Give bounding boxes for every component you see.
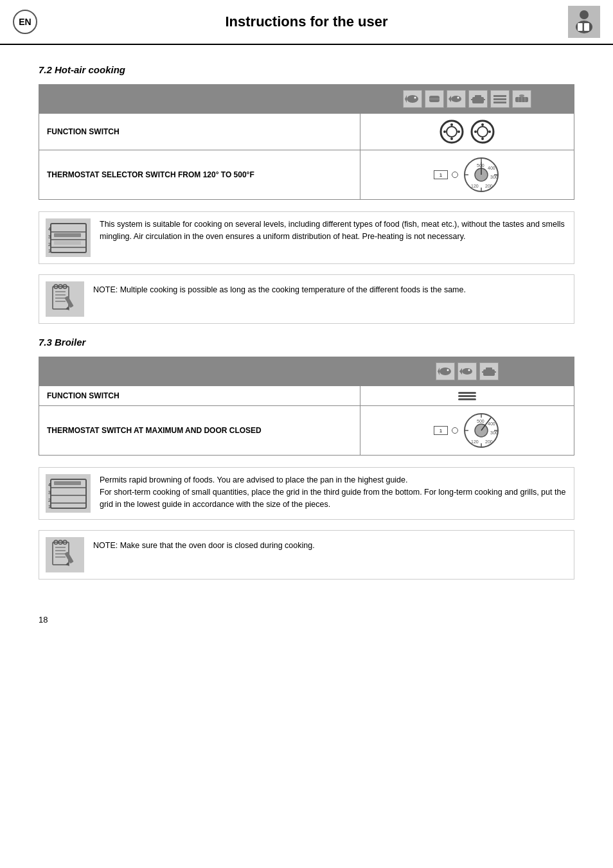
user-manual-icon xyxy=(570,8,598,36)
section-73-heading: 7.3 Broiler xyxy=(39,337,574,348)
svg-point-36 xyxy=(488,130,491,133)
display-dot-73 xyxy=(452,427,458,434)
function-switch-icons-72 xyxy=(360,114,574,150)
svg-text:300: 300 xyxy=(490,430,498,435)
svg-text:120: 120 xyxy=(471,439,479,444)
svg-point-33 xyxy=(481,123,484,126)
svg-point-10 xyxy=(451,96,461,102)
table-header-empty-73 xyxy=(39,357,360,386)
svg-point-28 xyxy=(450,137,453,140)
svg-point-5 xyxy=(407,95,418,103)
svg-point-30 xyxy=(458,130,460,133)
wave-line-1 xyxy=(458,392,476,394)
table-header-icons xyxy=(360,85,574,114)
thermostat-dial-container-72: 1 500 xyxy=(368,155,566,194)
section-73: 7.3 Broiler xyxy=(39,337,574,580)
svg-text:4: 4 xyxy=(48,227,51,231)
food-icon-fish2-73 xyxy=(458,362,477,380)
svg-marker-73 xyxy=(459,368,462,375)
food-icons-73 xyxy=(368,362,566,380)
thermostat-label-73: THERMOSTAT SWITCH AT MAXIMUM AND DOOR CL… xyxy=(39,406,360,456)
thermostat-label-72: THERMOSTAT SELECTOR SWITCH FROM 120° TO … xyxy=(39,150,360,200)
table-header-icons-73 xyxy=(360,357,574,386)
function-switch-row-73: FUNCTION SWITCH xyxy=(39,386,574,406)
svg-point-27 xyxy=(450,123,453,126)
page-footer: 18 xyxy=(0,612,613,637)
svg-point-32 xyxy=(477,127,488,137)
info-box-72: 4 3 2 1 This system is suitable for cook… xyxy=(39,211,574,264)
broiler-wave-icon xyxy=(368,392,566,400)
thermostat-dial-container-73: 1 500 400 xyxy=(368,411,566,450)
display-rect: 1 xyxy=(434,170,448,179)
food-icons-72 xyxy=(368,90,566,108)
oven-tray-icon-72: 4 3 2 1 xyxy=(46,218,91,257)
wave-line-2 xyxy=(458,395,476,397)
oven-tray-svg-73: 4 3 2 1 xyxy=(48,476,89,511)
svg-point-29 xyxy=(443,130,446,133)
svg-text:1: 1 xyxy=(48,504,51,509)
wave-line-3 xyxy=(458,398,476,400)
svg-rect-14 xyxy=(475,95,481,98)
svg-text:400: 400 xyxy=(488,421,495,426)
svg-point-26 xyxy=(447,127,457,137)
page-title: Instructions for the user xyxy=(225,13,387,30)
svg-point-0 xyxy=(580,10,589,19)
note-text-72: NOTE: Multiple cooking is possible as lo… xyxy=(93,281,466,296)
note-icon-svg-72 xyxy=(48,283,83,315)
table-header-empty xyxy=(39,85,360,114)
thermostat-icon-73: 1 500 400 xyxy=(360,406,574,456)
svg-point-12 xyxy=(457,97,459,99)
info-text-72: This system is suitable for cooking on s… xyxy=(100,218,567,243)
svg-rect-19 xyxy=(493,102,506,103)
svg-point-7 xyxy=(414,97,416,99)
display-dot xyxy=(452,172,458,178)
function-switch-label-73: FUNCTION SWITCH xyxy=(39,386,360,406)
note-box-72: NOTE: Multiple cooking is possible as lo… xyxy=(39,274,574,324)
section-72-heading: 7.2 Hot-air cooking xyxy=(39,64,574,75)
function-switch-icon-73 xyxy=(360,386,574,406)
svg-point-24 xyxy=(519,94,524,97)
svg-rect-58 xyxy=(54,241,81,245)
svg-rect-17 xyxy=(493,95,506,97)
function-switch-row-72: FUNCTION SWITCH xyxy=(39,114,574,150)
thermostat-row-73: THERMOSTAT SWITCH AT MAXIMUM AND DOOR CL… xyxy=(39,406,574,456)
note-pencil-icon-73 xyxy=(46,537,84,572)
svg-rect-13 xyxy=(472,97,484,103)
page-header: EN Instructions for the user xyxy=(0,0,613,45)
svg-text:400: 400 xyxy=(488,166,495,170)
svg-text:3: 3 xyxy=(48,490,51,495)
svg-text:3: 3 xyxy=(48,235,51,239)
svg-rect-99 xyxy=(54,481,81,485)
svg-rect-76 xyxy=(486,368,492,370)
table-header-row-73 xyxy=(39,357,574,386)
svg-rect-3 xyxy=(584,23,589,31)
svg-text:1: 1 xyxy=(48,249,51,253)
svg-text:200: 200 xyxy=(485,184,493,188)
svg-rect-18 xyxy=(493,98,506,100)
section-73-table: FUNCTION SWITCH THERMOSTAT SWITCH AT MAX… xyxy=(39,357,574,456)
food-icon-pot-73 xyxy=(479,362,499,380)
svg-text:120: 120 xyxy=(471,184,479,188)
svg-rect-49 xyxy=(51,224,86,252)
thermostat-row-72: THERMOSTAT SELECTOR SWITCH FROM 120° TO … xyxy=(39,150,574,200)
svg-point-72 xyxy=(462,368,472,375)
svg-text:500: 500 xyxy=(477,419,484,423)
table-header-row xyxy=(39,85,574,114)
note-icon-svg-73 xyxy=(48,539,83,571)
food-icon-pot xyxy=(468,90,488,108)
note-text-73: NOTE: Make sure that the oven door is cl… xyxy=(93,537,315,552)
page-number: 18 xyxy=(39,615,48,624)
food-icon-grill xyxy=(512,90,531,108)
svg-text:2: 2 xyxy=(48,242,51,247)
section-72: 7.2 Hot-air cooking xyxy=(39,64,574,324)
main-content: 7.2 Hot-air cooking xyxy=(0,45,613,612)
display-rect-73: 1 xyxy=(434,426,448,435)
info-text-73: Permits rapid browning of foods. You are… xyxy=(100,474,567,510)
header-icon xyxy=(568,6,600,38)
svg-text:200: 200 xyxy=(485,439,493,444)
svg-rect-75 xyxy=(483,369,495,376)
function-switch-dials xyxy=(368,119,566,145)
svg-text:500: 500 xyxy=(477,163,484,168)
dial-icon-1 xyxy=(439,119,465,145)
function-switch-label-72: FUNCTION SWITCH xyxy=(39,114,360,150)
